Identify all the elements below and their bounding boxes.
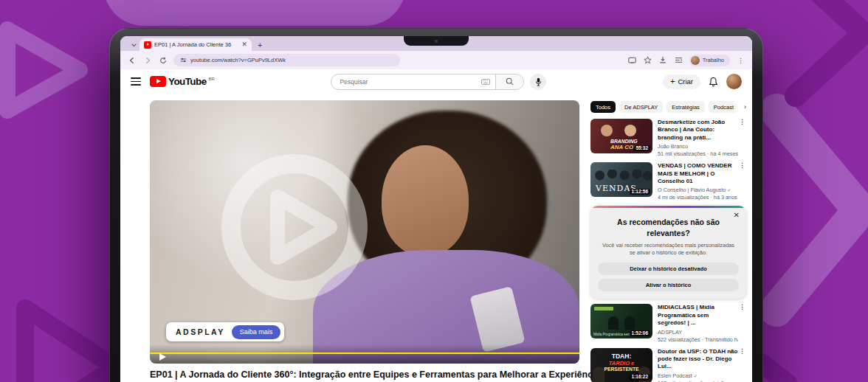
tab-title: EP01 | A Jornada do Cliente 36 — [154, 41, 238, 48]
thumb-brand-badge — [594, 307, 613, 310]
thumb-text: TARDIO e — [609, 360, 634, 367]
duration-badge: 1:52:06 — [630, 330, 650, 337]
tab-close-icon[interactable]: ✕ — [241, 41, 247, 48]
youtube-play-icon — [150, 76, 166, 87]
duration-badge: 55:32 — [633, 145, 650, 152]
card-menu-icon[interactable]: ⋮ — [739, 119, 745, 125]
thumb-text: TDAH: — [612, 353, 631, 360]
verified-badge-icon: ✓ — [694, 373, 698, 378]
search-input[interactable] — [340, 78, 481, 86]
adsplay-watermark-play-icon — [210, 142, 379, 312]
keyboard-icon[interactable] — [481, 79, 490, 85]
video-thumbnail[interactable]: Mídia Programática sem Se... 1:52:06 — [590, 304, 652, 338]
keep-history-off-button[interactable]: Deixar o histórico desativado — [598, 263, 739, 275]
site-settings-icon[interactable] — [179, 57, 187, 64]
duration-badge: 1:12:56 — [630, 189, 650, 195]
card-meta: 522 visualizações · Transmitido há 2 me.… — [658, 336, 738, 343]
recommendations-popup: ✕ As recomendações não são relevantes? V… — [590, 206, 746, 299]
recommended-video-card[interactable]: TDAH: TARDIO e PERSISTENTE 1:16:22 Douto… — [590, 348, 746, 382]
card-meta: 51 mil visualizações · há 4 meses — [658, 150, 738, 157]
tab-search-button[interactable] — [128, 39, 140, 51]
recommended-video-card[interactable]: VENDAS 1:12:56 VENDAS | COMO VENDER MAIS… — [590, 162, 746, 201]
side-panel-icon[interactable] — [674, 55, 683, 65]
ad-overlay-banner[interactable]: ADSPLAY Saiba mais — [166, 322, 284, 341]
recommendations-sidebar: Todos De ADSPLAY Estratégias Podcast › — [590, 100, 746, 382]
recommended-video-card[interactable]: Mídia Programática sem Se... 1:52:06 MID… — [590, 304, 746, 342]
video-title: EP01 | A Jornada do Cliente 360°: Integr… — [150, 369, 579, 380]
webcam-icon — [435, 40, 438, 43]
chips-scroll-chevron-icon[interactable]: › — [733, 100, 746, 114]
back-button[interactable] — [127, 55, 137, 65]
browser-tab-active[interactable]: EP01 | A Jornada do Cliente 36 ✕ — [140, 38, 252, 51]
youtube-country-code: BR — [209, 77, 215, 81]
plus-icon: + — [670, 77, 675, 86]
thumb-text: BRANDING — [610, 139, 638, 144]
card-title: Desmarketize com João Branco | Ana Couto… — [658, 119, 738, 142]
popup-title: As recomendações não são relevantes? — [610, 217, 727, 237]
player-controls-shade — [150, 344, 579, 364]
thumb-text: PERSISTENTE — [604, 367, 638, 372]
youtube-header: YouTube BR — [120, 69, 752, 94]
laptop-frame: EP01 | A Jornada do Cliente 36 ✕ + — [109, 28, 763, 382]
verified-badge-icon: ✓ — [727, 187, 731, 192]
card-channel: João Branco — [658, 143, 688, 150]
video-thumbnail[interactable]: TDAH: TARDIO e PERSISTENTE 1:16:22 — [590, 348, 652, 382]
youtube-logo-text: YouTube — [168, 76, 207, 87]
popup-close-icon[interactable]: ✕ — [734, 212, 740, 219]
search-bar[interactable] — [331, 74, 524, 90]
account-avatar[interactable] — [726, 74, 742, 89]
youtube-logo[interactable]: YouTube BR — [150, 76, 215, 87]
card-channel: Eslen Podcast — [658, 372, 692, 379]
card-menu-icon[interactable]: ⋮ — [739, 162, 745, 169]
enable-history-button[interactable]: Ativar o histórico — [598, 279, 739, 291]
reload-button[interactable] — [158, 55, 168, 65]
create-label: Criar — [678, 77, 693, 86]
browser-menu-icon[interactable]: ⋮ — [736, 55, 745, 65]
chip-de-adsplay[interactable]: De ADSPLAY — [619, 101, 663, 113]
desktop-background: EP01 | A Jornada do Cliente 36 ✕ + — [0, 0, 868, 382]
youtube-main: ADSPLAY Saiba mais EP01 | A Jornada do C… — [120, 94, 752, 382]
search-button[interactable] — [495, 74, 523, 90]
play-button-icon[interactable] — [159, 353, 166, 361]
card-channel: O Conselho | Flávio Augusto — [658, 187, 726, 193]
card-menu-icon[interactable]: ⋮ — [739, 304, 745, 310]
video-thumbnail[interactable]: BRANDING ANA COUT 55:32 — [590, 119, 652, 153]
ad-cta-button[interactable]: Saiba mais — [232, 325, 281, 339]
filter-chips-row: Todos De ADSPLAY Estratégias Podcast › — [590, 100, 746, 114]
chip-todos[interactable]: Todos — [590, 101, 616, 113]
ad-brand-label: ADSPLAY — [176, 327, 225, 336]
card-menu-icon[interactable]: ⋮ — [739, 348, 745, 355]
browser-toolbar: youtube.com/watch?v=GPuPv9LdXWk Trab — [120, 51, 752, 69]
hamburger-menu-button[interactable] — [131, 77, 141, 85]
url-text: youtube.com/watch?v=GPuPv9LdXWk — [190, 57, 286, 63]
recommended-video-card[interactable]: BRANDING ANA COUT 55:32 Desmarketize com… — [590, 119, 746, 157]
browser-profile-chip[interactable]: Trabalho — [689, 55, 730, 66]
card-title: Doutor da USP: O TDAH não pode fazer iss… — [658, 348, 738, 371]
laptop-notch — [404, 36, 469, 46]
scene-person-face — [382, 145, 469, 256]
duration-badge: 1:16:22 — [630, 374, 650, 381]
mic-button[interactable] — [530, 74, 546, 90]
address-bar[interactable]: youtube.com/watch?v=GPuPv9LdXWk — [173, 54, 400, 66]
forward-button[interactable] — [142, 55, 152, 65]
chip-estrategias[interactable]: Estratégias — [666, 101, 705, 113]
video-thumbnail[interactable]: VENDAS 1:12:56 — [590, 162, 652, 197]
video-player[interactable]: ADSPLAY Saiba mais — [150, 100, 579, 364]
bookmark-star-icon[interactable] — [643, 55, 652, 65]
browser-window: EP01 | A Jornada do Cliente 36 ✕ + — [120, 36, 752, 382]
notifications-bell-icon[interactable] — [709, 77, 718, 87]
card-title: MIDIACLASS | Mídia Programática sem segr… — [658, 304, 738, 327]
create-button[interactable]: + Criar — [663, 74, 700, 89]
profile-avatar — [691, 56, 700, 65]
cast-icon[interactable] — [627, 55, 637, 65]
youtube-favicon-icon — [144, 41, 151, 49]
popup-body: Você vai receber recomendações mais pers… — [599, 242, 737, 257]
card-title: VENDAS | COMO VENDER MAIS E MELHOR | O C… — [658, 162, 738, 185]
new-tab-button[interactable]: + — [258, 38, 262, 51]
profile-name: Trabalho — [703, 57, 724, 63]
download-icon[interactable] — [658, 55, 668, 65]
ad-progress-bar — [150, 353, 579, 354]
card-channel: ADSPLAY — [658, 329, 682, 336]
card-meta: 4 mi de visualizações · há 3 anos — [658, 194, 738, 201]
